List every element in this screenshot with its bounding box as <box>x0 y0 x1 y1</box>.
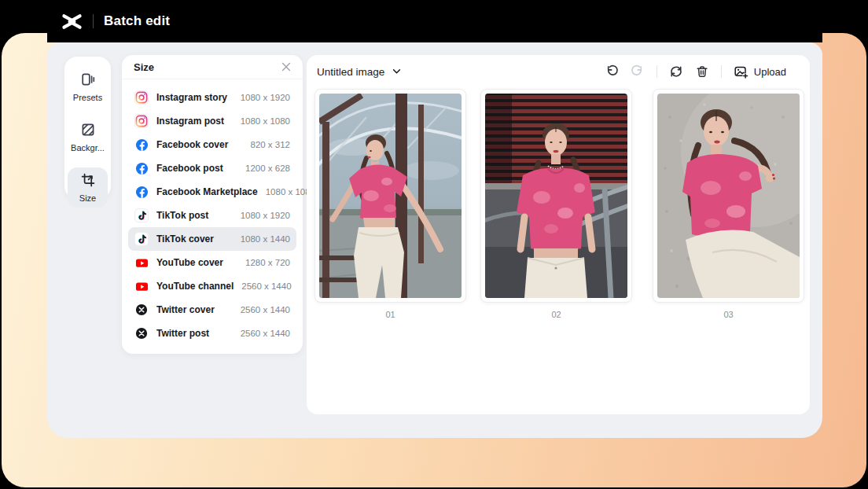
app-header: Batch edit <box>0 0 170 42</box>
sidebar-item-presets[interactable]: Presets <box>68 67 108 107</box>
filename-dropdown[interactable]: Untitled image <box>317 66 401 78</box>
header-divider <box>93 14 94 28</box>
size-panel-header: Size <box>122 55 303 79</box>
main-panel: Presets Backgr... <box>47 42 822 438</box>
size-row-facebook-post[interactable]: Facebook post 1200 x 628 <box>128 156 296 180</box>
size-row-twitter-post[interactable]: Twitter post 2560 x 1440 <box>128 322 296 345</box>
trash-icon <box>695 64 709 79</box>
undo-icon <box>605 64 619 79</box>
sidebar-item-size[interactable]: Size <box>68 167 108 208</box>
close-button[interactable] <box>281 62 291 72</box>
size-preset-list: Instagram story 1080 x 1920 Instagram po… <box>122 79 303 351</box>
image-slot: 01 <box>314 89 466 319</box>
size-row-instagram-post[interactable]: Instagram post 1080 x 1080 <box>128 109 296 133</box>
photo-gravel-closeup <box>657 94 800 298</box>
chevron-down-icon <box>392 68 401 75</box>
redo-button[interactable] <box>631 64 645 79</box>
size-row-facebook-cover[interactable]: Facebook cover 820 x 312 <box>128 133 296 156</box>
canvas-toolbar: Upload <box>605 64 786 79</box>
close-icon <box>281 62 291 72</box>
size-row-twitter-cover[interactable]: Twitter cover 2560 x 1440 <box>128 298 296 322</box>
facebook-icon <box>134 161 149 175</box>
size-row-instagram-story[interactable]: Instagram story 1080 x 1920 <box>128 86 296 109</box>
size-panel: Size Instagram story <box>122 55 303 354</box>
instagram-icon <box>134 90 149 105</box>
sidebar-item-label: Size <box>79 193 96 203</box>
capcut-logo-icon <box>61 13 83 31</box>
refresh-button[interactable] <box>669 64 683 79</box>
size-row-youtube-channel[interactable]: YouTube channel 2560 x 1440 <box>128 274 296 298</box>
photo-red-wall <box>485 94 627 298</box>
size-icon <box>80 172 96 191</box>
image-label: 02 <box>480 310 632 319</box>
batch-edit-app: Batch edit Presets <box>0 0 868 489</box>
size-row-facebook-marketplace[interactable]: Facebook Marketplace 1080 x 1080 <box>128 180 296 204</box>
image-slot: 03 <box>653 89 804 319</box>
image-card-3[interactable] <box>653 89 804 303</box>
toolbar-divider <box>657 65 657 78</box>
instagram-icon <box>134 114 149 128</box>
youtube-icon <box>134 256 149 270</box>
toolbar-divider <box>721 65 722 78</box>
facebook-icon <box>134 138 149 152</box>
twitter-icon <box>134 303 149 317</box>
canvas-panel: Untitled image <box>307 55 810 414</box>
image-slot: 02 <box>480 89 632 319</box>
redo-icon <box>631 64 645 79</box>
youtube-icon <box>134 279 149 293</box>
app-title: Batch edit <box>104 13 170 29</box>
size-panel-title: Size <box>134 61 154 73</box>
size-row-tiktok-post[interactable]: TikTok post 1080 x 1920 <box>128 204 296 227</box>
undo-button[interactable] <box>605 64 619 79</box>
refresh-icon <box>669 64 683 79</box>
upload-label: Upload <box>754 66 786 78</box>
tiktok-icon <box>134 208 149 222</box>
facebook-icon <box>134 185 149 199</box>
size-row-youtube-cover[interactable]: YouTube cover 1280 x 720 <box>128 251 296 274</box>
sidebar-item-label: Backgr... <box>71 143 105 153</box>
upload-icon <box>734 64 748 79</box>
filename: Untitled image <box>317 66 384 78</box>
sidebar-item-label: Presets <box>73 93 102 102</box>
photo-bus-shelter <box>319 94 462 298</box>
size-row-tiktok-cover[interactable]: TikTok cover 1080 x 1440 <box>128 227 296 251</box>
twitter-icon <box>134 326 149 340</box>
background-icon <box>80 122 96 141</box>
delete-button[interactable] <box>695 64 709 79</box>
tiktok-icon <box>134 232 149 246</box>
image-label: 01 <box>314 310 466 319</box>
canvas-header: Untitled image <box>307 55 810 88</box>
upload-button[interactable]: Upload <box>734 64 786 79</box>
image-card-2[interactable] <box>480 89 632 303</box>
sidebar-item-background[interactable]: Backgr... <box>68 117 108 157</box>
sidebar: Presets Backgr... <box>64 57 111 199</box>
presets-icon <box>80 72 96 90</box>
image-label: 03 <box>653 310 804 319</box>
image-card-1[interactable] <box>314 89 466 303</box>
